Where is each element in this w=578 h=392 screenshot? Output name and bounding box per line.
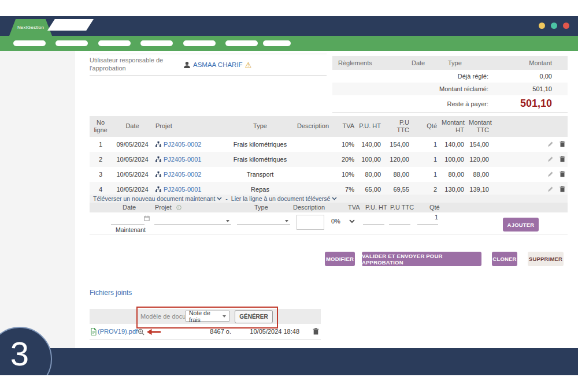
chevron-down-icon <box>332 197 337 200</box>
project-icon <box>155 141 161 147</box>
edit-icon[interactable] <box>547 171 554 177</box>
table-header-row: No ligne Date Projet Type Description TV… <box>90 116 568 137</box>
cell-pu-ttc: 154,00 <box>383 137 412 152</box>
form-col-qte: Qté <box>429 204 440 211</box>
chevron-down-icon <box>217 197 222 200</box>
approval-user: ASMAA CHARIF ⚠ <box>183 61 251 69</box>
edit-icon[interactable] <box>547 156 554 162</box>
cell-pu-ht: 80,00 <box>357 167 383 182</box>
approval-user-name[interactable]: ASMAA CHARIF <box>193 61 243 68</box>
document-link-bar: Téléverser un nouveau document maintenan… <box>90 195 568 203</box>
nav-item-placeholder[interactable] <box>13 40 46 46</box>
nav-item-placeholder[interactable] <box>140 40 173 46</box>
col-no-ligne: No ligne <box>90 116 112 137</box>
cell-pu-ht: 140,00 <box>357 137 383 152</box>
col-montant-ttc: Montant TTC <box>466 116 491 137</box>
form-col-pu-ht: P.U. HT <box>365 204 387 211</box>
app-window: NextGestion Utilisateur responsable de l… <box>0 0 578 392</box>
pu-ttc-input[interactable] <box>389 214 410 225</box>
annotation-step-badge: 3 <box>0 327 52 375</box>
cell-pu-ttc: 120,00 <box>383 152 412 167</box>
window-dot-yellow[interactable] <box>539 23 545 29</box>
col-projet: Projet <box>153 116 225 137</box>
cell-qte: 1 <box>412 152 439 167</box>
trash-icon[interactable] <box>313 328 319 335</box>
cell-no: 3 <box>90 167 112 182</box>
warning-icon: ⚠ <box>245 61 252 69</box>
cell-montant-ttc: 88,00 <box>466 167 491 182</box>
attachments-title: Fichiers joints <box>90 289 132 297</box>
nav-item-placeholder[interactable] <box>263 40 291 46</box>
payments-col-type: Type <box>448 59 462 66</box>
qte-input[interactable]: 1 <box>417 214 438 225</box>
main-navbar <box>0 36 578 51</box>
zoom-preview-icon[interactable] <box>138 328 144 335</box>
annotation-step-number: 3 <box>10 334 29 373</box>
payments-row-claimed: Montant réclamé: 501,10 <box>332 83 568 95</box>
pdf-file-icon <box>91 328 97 335</box>
calendar-icon[interactable] <box>144 215 150 221</box>
window-dot-teal[interactable] <box>551 23 557 29</box>
brand-tab[interactable]: NextGestion <box>9 19 52 36</box>
trash-icon[interactable] <box>560 171 565 177</box>
modify-button[interactable]: MODIFIER <box>325 252 355 266</box>
cell-pu-ht: 100,00 <box>357 152 383 167</box>
upload-document-link[interactable]: Téléverser un nouveau document maintenan… <box>93 195 222 202</box>
date-value-label: Maintenant <box>116 226 146 233</box>
link-separator: - <box>225 195 228 202</box>
cell-no: 2 <box>90 152 112 167</box>
caret-down-icon <box>285 220 288 222</box>
form-divider <box>90 234 568 234</box>
clone-button[interactable]: CLONER <box>492 252 517 266</box>
add-line-header: Date Projet Type Description TVA P.U. HT… <box>90 203 568 212</box>
nav-item-placeholder[interactable] <box>55 40 88 46</box>
payments-row-label: Reste à payer: <box>332 100 488 107</box>
trash-icon[interactable] <box>560 141 565 147</box>
nav-item-placeholder[interactable] <box>183 40 216 46</box>
col-pu-ttc: P.U TTC <box>383 116 412 137</box>
project-link[interactable]: PJ2405-0001 <box>164 156 201 163</box>
trash-icon[interactable] <box>560 186 565 192</box>
type-select[interactable] <box>237 214 290 225</box>
caret-down-icon <box>226 220 229 222</box>
file-name-link[interactable]: (PROV19).pdf <box>98 328 138 335</box>
cell-montant-ttc: 120,00 <box>466 152 491 167</box>
delete-button[interactable]: SUPPRIMER <box>528 252 564 266</box>
project-select[interactable] <box>154 214 231 225</box>
tva-select-value[interactable]: 0% <box>331 218 340 225</box>
user-icon <box>183 61 191 69</box>
add-line-button[interactable]: AJOUTER <box>503 218 539 232</box>
table-row: 2 10/05/2024 PJ2405-0001 Frais kilométri… <box>90 152 568 167</box>
template-select[interactable]: Note de frais <box>185 311 230 322</box>
generate-button[interactable]: GÉNÉRER <box>235 310 273 323</box>
cell-montant-ht: 100,00 <box>439 152 466 167</box>
description-input[interactable] <box>297 215 324 230</box>
project-link[interactable]: PJ2405-0002 <box>164 141 201 148</box>
project-link[interactable]: PJ2405-0002 <box>164 171 201 178</box>
trash-icon[interactable] <box>560 156 565 162</box>
expense-lines-table: No ligne Date Projet Type Description TV… <box>90 116 568 197</box>
cell-tva: 10% <box>331 137 357 152</box>
form-col-date: Date <box>123 204 136 211</box>
validate-send-approval-button[interactable]: VALIDER ET ENVOYER POUR APPROBATION <box>362 252 481 266</box>
cell-montant-ttc: 154,00 <box>466 137 491 152</box>
project-link[interactable]: PJ2405-0001 <box>164 186 201 193</box>
cell-type: Frais kilométriques <box>225 137 295 152</box>
nav-item-placeholder[interactable] <box>225 40 258 46</box>
window-dot-red[interactable] <box>563 23 569 29</box>
table-row: 3 10/05/2024 PJ2405-0002 Transport 10% 8… <box>90 167 568 182</box>
pu-ht-input[interactable] <box>363 214 384 225</box>
payments-panel: Règlements Date Type Montant Déjà réglé:… <box>332 56 568 113</box>
cell-pu-ttc: 88,00 <box>383 167 412 182</box>
nav-item-placeholder[interactable] <box>98 40 131 46</box>
edit-icon[interactable] <box>547 141 554 147</box>
date-input[interactable] <box>111 214 144 225</box>
window-titlebar: NextGestion <box>0 16 578 36</box>
cell-type: Transport <box>225 167 295 182</box>
attach-existing-document-link[interactable]: Lier la ligne à un document téléversé <box>231 195 338 202</box>
edit-icon[interactable] <box>547 186 554 192</box>
payments-col-amount: Montant <box>529 59 552 66</box>
chevron-down-icon[interactable] <box>349 219 355 223</box>
payments-row-remaining: Reste à payer: 501,10 <box>332 95 568 113</box>
payments-title: Règlements <box>338 59 372 66</box>
